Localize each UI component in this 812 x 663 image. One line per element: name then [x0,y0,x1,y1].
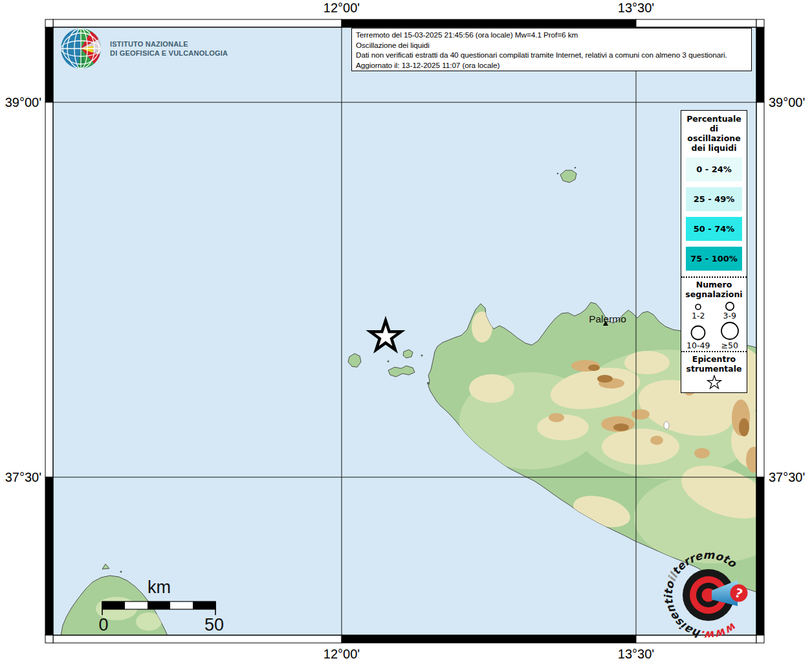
epicenter-star-icon [705,375,723,390]
count-bin-10-49: 10-49 [683,320,714,350]
legend-class-25-49: 25 - 49% [686,187,742,211]
ingv-name-line2: DI GEOFISICA E VULCANOLOGIA [110,49,228,58]
scale-end-label: 50 [204,615,224,635]
event-effect: Oscillazione dei liquidi [356,41,747,51]
event-info-box: Terremoto del 15-03-2025 21:45:56 (ora l… [351,28,752,71]
event-title: Terremoto del 15-03-2025 21:45:56 (ora l… [356,30,747,41]
lat-label-right-top: 39°00' [769,95,812,110]
question-badge: ? [730,585,748,602]
legend-class-label: 0 - 24% [696,164,732,174]
count-bin-50-plus: ≥50 [714,320,746,350]
lon-label-top-right: 13°30' [600,1,672,16]
ingv-logo: ISTITUTO NAZIONALE DI GEOFISICA E VULCAN… [60,27,228,70]
legend-separator [681,351,747,352]
ingv-name-line1: ISTITUTO NAZIONALE [110,39,228,49]
legend-class-75-100: 75 - 100% [686,247,742,271]
legend-separator [681,276,747,278]
lat-label-left-bottom: 37°30' [0,470,41,485]
legend-class-label: 75 - 100% [690,254,738,264]
count-circle-medium-icon [723,300,737,311]
count-bins: 1-2 3-9 10-49 ≥50 [683,300,745,350]
scale-start-label: 0 [98,615,108,635]
count-circle-xlarge-icon [719,320,740,341]
legend-class-0-24: 0 - 24% [686,157,742,181]
counts-title: Numero segnalazioni [681,280,747,299]
lon-label-bottom-left: 12°00' [306,647,377,662]
lat-label-left-top: 39°00' [0,95,41,110]
legend-title: Percentuale di oscillazione dei liquidi [683,114,745,153]
legend-class-label: 50 - 74% [694,224,735,234]
lat-label-right-bottom: 37°30' [769,470,812,485]
count-circle-large-icon [689,324,707,341]
ingv-globe-icon [60,27,104,70]
scale-unit-label: km [148,578,171,597]
count-bin-1-2: 1-2 [683,300,714,320]
event-updated-at: Aggiornato il: 13-12-2025 11:07 (ora loc… [356,61,747,71]
legend-class-label: 25 - 49% [694,194,735,204]
count-circle-small-icon [692,302,705,311]
lon-label-top-left: 12°00' [306,1,377,16]
epicenter-title: Epicentro strumentale [681,354,747,374]
legend-class-50-74: 50 - 74% [686,217,742,241]
count-bin-3-9: 3-9 [714,300,746,320]
event-disclaimer: Dati non verificati estratti da 40 quest… [356,51,747,61]
city-marker: Palermo [589,313,626,326]
felt-earthquake-map: Palermo km 0 50 [0,0,812,663]
haisentito-logo: ? www.haisentitoilterremoto.it [647,534,773,660]
legend-panel: Percentuale di oscillazione dei liquidi … [681,110,747,393]
city-label: Palermo [589,313,626,324]
